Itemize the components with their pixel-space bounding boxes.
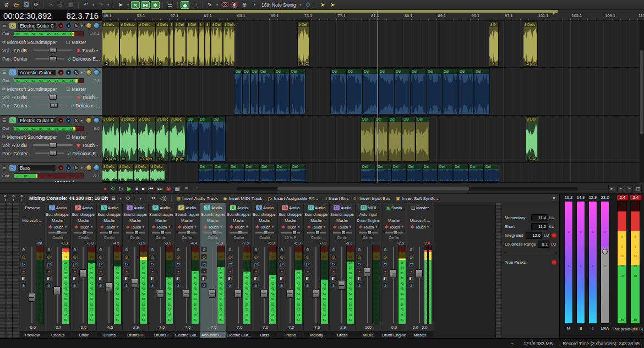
volume-fader[interactable] [183,246,190,324]
interleave-icon[interactable]: ◧ [279,275,285,281]
strip-automation-row[interactable]: ✱Touch▼ [330,224,355,230]
erase-tool-icon[interactable]: ⌫ [220,1,229,9]
mixer-strip[interactable]: 10AudioSoundmapperMaster✱Touch▼15 % R-6.… [278,203,304,338]
mute-button[interactable]: ● [66,117,72,123]
strip-fx-icon[interactable]: ƒx [227,261,233,267]
volume-slider[interactable] [33,144,73,146]
clip[interactable]: ∂ Del+2 [186,21,198,67]
strip-name[interactable]: Electric Gui... [174,331,200,338]
strip-input-row[interactable]: Soundmapper [71,211,96,218]
pan-slider-thumb[interactable] [50,103,58,108]
select-box-icon[interactable]: ⬚ [190,1,199,9]
strip-fx-icon[interactable]: ƒx [356,261,362,267]
pan-slider[interactable] [74,232,93,233]
dock-strip[interactable] [0,203,6,338]
clip[interactable]: Del [260,164,275,182]
automation-mode[interactable]: Touch [82,48,95,53]
phase-icon[interactable]: ◎ [72,254,78,259]
strip-output-row[interactable]: Master [71,218,96,224]
clip[interactable]: Del [442,68,458,115]
fader-thumb[interactable] [131,279,138,287]
time-display-mbt[interactable]: 82.3.716 [67,10,102,21]
play-button[interactable]: ▶ [127,184,132,193]
clip[interactable]: Del [474,68,490,115]
interleave-icon[interactable]: ◧ [72,275,78,281]
strip-fx-icon[interactable]: ƒx [97,261,103,267]
close-icon[interactable]: ✕ [2,194,8,198]
chevron-down-icon[interactable]: ▾ [81,70,84,74]
open-folder-icon[interactable]: 🗁 [12,1,21,9]
pan-slider-thumb[interactable] [134,231,139,235]
strip-automation-row[interactable]: ✱Touch▼ [278,224,303,230]
automation-write-knob[interactable] [86,117,92,123]
record-button[interactable]: ● [103,184,107,193]
strip-input-row[interactable]: Soundmapper [252,211,277,218]
strip-mute-icon[interactable]: ⊘ [123,282,129,288]
bus-chip[interactable]: ◫Master [66,86,86,92]
metronome-icon[interactable]: ⏱ [303,1,312,9]
redo-icon[interactable]: ↷ [96,1,105,9]
strip-fx-icon[interactable]: ƒx [46,261,52,267]
drag-handle-icon[interactable]: ☰ [2,70,8,75]
strip-mute-icon[interactable]: ⊘ [253,282,259,288]
pan-slider[interactable] [385,232,403,233]
automation-gear-icon[interactable]: ✱ [77,143,81,148]
phase-icon[interactable]: ◎ [175,254,181,259]
strip-automation-row[interactable]: ✱Touch▼ [45,224,70,230]
horizontal-scrollbar[interactable] [237,187,578,191]
fader-thumb[interactable] [157,289,164,298]
strip-fx-icon[interactable]: ƒx [330,261,336,267]
strip-gear-icon[interactable]: ⚙ [201,247,207,252]
clip[interactable]: ∂ Delicfx [156,21,169,67]
mixer-strip[interactable]: 4AudioSoundmapperMaster✱Touch▼Center-3.9… [123,203,149,338]
strip-mute-icon[interactable]: ⊘ [97,282,103,288]
track-header[interactable]: ☰🔈Electric Guitar C●●fx▾Out8172635445362… [0,21,102,68]
track-name[interactable]: Acoustic Guitar [18,69,56,76]
clip[interactable]: ∂ Delic-3 (A)fx [138,116,156,162]
insert-soft-synth-button[interactable]: ▣Insert Soft Synth... [394,196,439,201]
strip-automation-row[interactable]: ✱Touch▼ [123,224,148,230]
pan-slider[interactable] [359,232,378,233]
fx-plugin-icon[interactable]: ∂ [68,151,70,156]
insert-input-bus-button[interactable]: ⇇Insert Input Bus [352,196,392,201]
clip[interactable]: Del [394,68,410,115]
vol-value[interactable]: -7,0 dB [12,143,29,148]
clip[interactable]: ∂ Delic [118,164,134,182]
strip-input-row[interactable] [20,211,45,218]
stretch-tool-icon[interactable]: ⧓ [141,1,150,9]
strip-mute-icon[interactable]: ⊘ [330,282,336,288]
close-console-icon[interactable]: ✕ [550,195,557,201]
collapse-icon[interactable]: ‹ [10,198,17,203]
pan-slider-thumb[interactable] [49,56,57,61]
pan-slider-thumb[interactable] [315,231,320,235]
timing-tool-icon[interactable]: ❖ [151,1,160,9]
clip[interactable]: Del [458,68,474,115]
drag-handle-icon[interactable]: ☰ [2,118,8,123]
strip-record-icon[interactable]: ● [253,268,259,274]
pan-slider-thumb[interactable] [212,231,216,235]
strip-input-row[interactable]: Soundmapper [330,211,355,218]
strip-mute-icon[interactable]: ⊘ [227,282,233,288]
interleave-icon[interactable]: ◧ [123,275,129,281]
strip-mute-icon[interactable]: ⊘ [382,282,388,288]
strip-record-icon[interactable]: ● [123,268,129,274]
strip-output-row[interactable]: Master [200,218,226,224]
clip[interactable]: Del [391,164,407,182]
strip-mute-icon[interactable]: ⊘ [149,282,155,288]
interleave-icon[interactable]: ◧ [408,275,414,281]
volume-fader[interactable] [131,246,138,324]
strip-mute-icon[interactable]: ⊘ [408,282,414,288]
strip-fx-icon[interactable]: ƒx [149,261,155,267]
strip-gear-icon[interactable]: ⚙ [279,247,285,252]
strip-fx-icon[interactable]: ƒx [201,261,207,267]
pan-slider[interactable] [307,232,326,233]
strip-record-icon[interactable]: ● [304,268,310,274]
mute-tool-icon[interactable]: 🔇 [230,1,239,9]
phase-icon[interactable]: ◎ [408,254,414,259]
fader-thumb[interactable] [260,289,268,298]
strip-gear-icon[interactable]: ⚙ [408,247,414,252]
strip-gear-icon[interactable]: ⚙ [72,247,78,252]
lra-handle[interactable] [602,249,608,254]
strip-record-icon[interactable]: ● [97,268,103,274]
clip[interactable]: Del [234,68,242,115]
